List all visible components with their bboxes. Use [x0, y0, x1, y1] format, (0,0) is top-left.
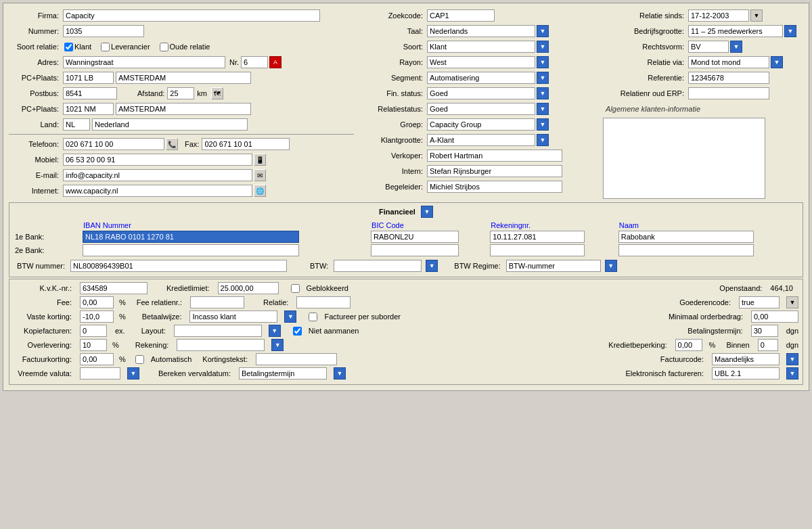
elektronisch-input[interactable]	[712, 367, 780, 380]
verkoper-input[interactable]	[427, 150, 562, 162]
firma-input[interactable]	[63, 9, 320, 22]
factuurcode-input[interactable]	[712, 353, 780, 365]
zoekcode-input[interactable]	[427, 9, 495, 22]
fin-status-dropdown[interactable]: ▼	[537, 87, 549, 99]
afstand-input[interactable]	[167, 87, 194, 99]
leverancier-checkbox[interactable]	[101, 43, 110, 51]
groep-input[interactable]	[427, 118, 535, 131]
layout-dropdown[interactable]: ▼	[269, 325, 281, 337]
internet-icon[interactable]: 🌐	[254, 185, 266, 197]
fin-status-input[interactable]	[427, 87, 535, 99]
bank2-bic[interactable]	[371, 244, 459, 256]
rekening-dropdown[interactable]: ▼	[271, 339, 284, 351]
telefoon-input[interactable]	[63, 138, 164, 150]
fee-relatienr-input[interactable]	[190, 296, 244, 308]
adres-input[interactable]	[63, 56, 225, 68]
relatie-via-dropdown[interactable]: ▼	[771, 56, 783, 68]
rayon-input[interactable]	[427, 56, 535, 68]
postcode2-input[interactable]	[63, 103, 114, 115]
automatisch-checkbox[interactable]	[135, 355, 144, 364]
vaste-korting-input[interactable]	[80, 310, 114, 323]
afstand-icon[interactable]: 🗺	[211, 87, 223, 99]
bank2-iban[interactable]	[83, 244, 299, 256]
email-icon[interactable]: ✉	[254, 169, 266, 181]
relatie-via-input[interactable]	[688, 56, 769, 68]
binnen-input[interactable]	[758, 339, 778, 351]
soort-input[interactable]	[427, 41, 535, 53]
adres-icon[interactable]: A	[269, 56, 281, 68]
kredietbeperking-input[interactable]	[675, 339, 702, 351]
financial-dropdown[interactable]: ▼	[421, 206, 433, 218]
btw-input[interactable]	[70, 260, 287, 272]
nr-input[interactable]	[241, 56, 268, 68]
fee-input[interactable]	[80, 296, 114, 308]
kvk-input[interactable]	[80, 282, 148, 294]
elektronisch-dropdown[interactable]: ▼	[786, 367, 798, 380]
minimaal-input[interactable]	[751, 310, 798, 323]
soort-dropdown[interactable]: ▼	[537, 41, 549, 53]
klant-checkbox[interactable]	[64, 43, 73, 51]
bank1-bic[interactable]	[371, 231, 459, 243]
referentie-input[interactable]	[688, 72, 769, 84]
betaalwijze-input[interactable]	[189, 310, 277, 323]
bank1-naam[interactable]	[618, 231, 754, 243]
rayon-dropdown[interactable]: ▼	[537, 56, 549, 68]
kopiefacturen-input[interactable]	[80, 325, 107, 337]
relatiestatus-dropdown[interactable]: ▼	[537, 103, 549, 115]
btw-regime-dropdown[interactable]: ▼	[605, 260, 617, 272]
rechtsvorm-dropdown[interactable]: ▼	[730, 41, 742, 53]
goederencode-dropdown[interactable]: ▼	[786, 296, 798, 308]
rechtsvorm-input[interactable]	[688, 41, 729, 53]
overlevering-input[interactable]	[80, 339, 107, 351]
vreemde-valuta-dropdown[interactable]: ▼	[127, 367, 139, 380]
mobiel-input[interactable]	[63, 154, 252, 166]
algemene-box[interactable]	[603, 118, 765, 199]
fax-input[interactable]	[202, 138, 290, 150]
nummer-input[interactable]	[63, 25, 144, 37]
bedrijfsgrootte-input[interactable]	[688, 25, 783, 37]
internet-input[interactable]	[63, 185, 252, 197]
phone-icon[interactable]: 📞	[166, 138, 178, 150]
email-input[interactable]	[63, 169, 252, 181]
segment-input[interactable]	[427, 72, 535, 84]
postbus-input[interactable]	[63, 87, 117, 99]
klantgrootte-input[interactable]	[427, 134, 535, 146]
factuurcode-dropdown[interactable]: ▼	[786, 353, 798, 365]
btw-regime-input[interactable]	[506, 260, 601, 272]
stad2-input[interactable]	[116, 103, 251, 115]
bereken-input[interactable]	[239, 367, 327, 380]
stad-input[interactable]	[116, 72, 251, 84]
intern-input[interactable]	[427, 165, 562, 177]
bedrijfsgrootte-dropdown[interactable]: ▼	[784, 25, 796, 37]
layout-input[interactable]	[174, 325, 262, 337]
relatiestatus-input[interactable]	[427, 103, 535, 115]
groep-dropdown[interactable]: ▼	[537, 118, 549, 131]
klantgrootte-dropdown[interactable]: ▼	[537, 134, 549, 146]
btw-select[interactable]	[334, 260, 422, 272]
bank2-naam[interactable]	[618, 244, 754, 256]
relatienr-input[interactable]	[688, 87, 769, 99]
mobiel-icon[interactable]: 📱	[254, 154, 266, 166]
kortingstekst-input[interactable]	[256, 353, 337, 365]
land-code-input[interactable]	[63, 118, 90, 131]
postcode-input[interactable]	[63, 72, 114, 84]
segment-dropdown[interactable]: ▼	[537, 72, 549, 84]
relatie-input[interactable]	[296, 296, 351, 308]
taal-input[interactable]	[427, 25, 535, 37]
oude-relatie-checkbox[interactable]	[160, 43, 168, 51]
niet-aanmanen-checkbox[interactable]	[293, 327, 302, 336]
bank2-rek[interactable]	[490, 244, 585, 256]
betaalwijze-dropdown[interactable]: ▼	[284, 310, 296, 323]
relatie-sinds-input[interactable]	[688, 9, 749, 22]
bereken-dropdown[interactable]: ▼	[334, 367, 346, 380]
factuurkorting-input[interactable]	[80, 353, 114, 365]
bank1-rek[interactable]	[490, 231, 585, 243]
relatie-sinds-dropdown[interactable]: ▼	[750, 9, 763, 22]
goederencode-input[interactable]	[739, 296, 780, 308]
bank1-iban[interactable]	[83, 231, 299, 243]
btw-dropdown[interactable]: ▼	[426, 260, 438, 272]
begeleider-input[interactable]	[427, 181, 562, 193]
geblokkeerd-checkbox[interactable]	[291, 284, 300, 293]
kredietlimiet-input[interactable]	[218, 282, 279, 294]
factureer-checkbox[interactable]	[309, 313, 317, 321]
